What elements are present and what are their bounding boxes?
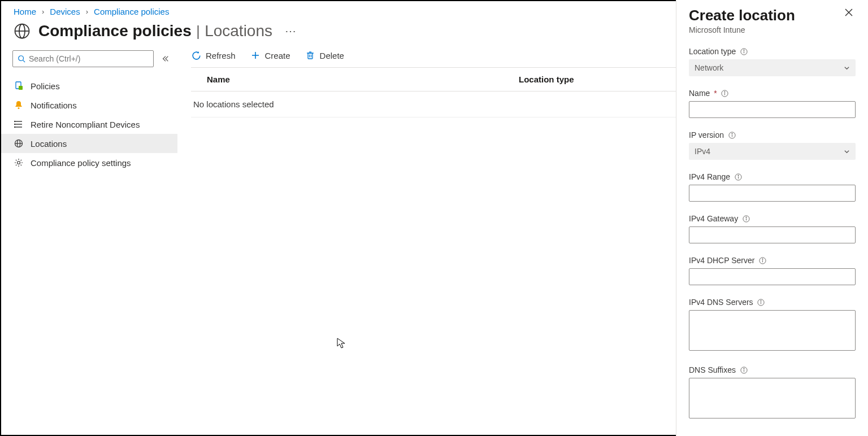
required-indicator: * — [714, 89, 717, 98]
search-input-wrapper[interactable] — [12, 50, 154, 67]
name-input[interactable] — [689, 101, 856, 118]
sidebar-item-label: Notifications — [31, 101, 77, 110]
info-icon[interactable] — [742, 215, 750, 223]
create-location-panel: Create location Microsoft Intune Locatio… — [676, 0, 868, 436]
sidebar-item-label: Compliance policy settings — [31, 158, 131, 168]
svg-line-4 — [23, 60, 25, 63]
info-icon[interactable] — [740, 366, 748, 374]
sidebar-nav: Policies Notifications — [1, 76, 177, 172]
svg-point-7 — [18, 107, 20, 109]
toolbar-label: Delete — [320, 51, 344, 60]
search-input[interactable] — [29, 54, 149, 63]
more-menu-button[interactable]: ⋯ — [280, 22, 301, 40]
location-type-label: Location type — [689, 47, 736, 56]
ipv4-gateway-input[interactable] — [689, 226, 856, 243]
select-value: Network — [695, 63, 723, 72]
sidebar: Policies Notifications — [1, 50, 177, 435]
info-icon[interactable] — [734, 173, 742, 181]
sidebar-item-label: Policies — [31, 81, 60, 91]
gear-icon — [14, 158, 24, 168]
globe-icon — [14, 23, 31, 40]
location-type-select[interactable]: Network — [689, 59, 856, 76]
info-icon[interactable] — [757, 298, 765, 306]
ip-version-select[interactable]: IPv4 — [689, 143, 856, 160]
svg-rect-20 — [308, 53, 313, 59]
search-icon — [18, 55, 25, 63]
info-icon[interactable] — [721, 89, 729, 97]
info-icon[interactable] — [758, 256, 766, 264]
collapse-sidebar-button[interactable] — [158, 51, 173, 67]
breadcrumb-home[interactable]: Home — [14, 7, 36, 16]
chevron-right-icon: › — [86, 7, 88, 16]
dns-suffixes-input[interactable] — [689, 378, 856, 418]
info-icon[interactable] — [740, 47, 748, 55]
policies-icon — [14, 81, 24, 91]
sidebar-item-policies[interactable]: Policies — [1, 76, 177, 95]
name-label: Name — [689, 89, 710, 98]
svg-point-12 — [15, 124, 15, 125]
select-value: IPv4 — [695, 147, 710, 156]
globe-icon — [14, 138, 24, 149]
ipv4-dns-input[interactable] — [689, 310, 856, 351]
svg-point-11 — [15, 121, 15, 122]
svg-point-35 — [731, 133, 732, 134]
delete-button[interactable]: Delete — [305, 50, 344, 60]
create-button[interactable]: Create — [250, 50, 290, 60]
ipv4-gateway-label: IPv4 Gateway — [689, 214, 738, 223]
chevron-down-icon — [844, 65, 850, 71]
dns-suffixes-label: DNS Suffixes — [689, 365, 736, 374]
bell-icon — [14, 100, 24, 110]
info-icon[interactable] — [728, 131, 736, 139]
trash-icon — [305, 50, 315, 60]
panel-title: Create location — [689, 7, 795, 24]
svg-rect-6 — [19, 86, 23, 90]
sidebar-item-locations[interactable]: Locations — [1, 134, 177, 153]
toolbar-label: Refresh — [206, 51, 236, 60]
ipv4-dns-label: IPv4 DNS Servers — [689, 298, 753, 307]
svg-point-13 — [15, 127, 15, 128]
column-name[interactable]: Name — [191, 75, 519, 84]
sidebar-item-label: Retire Noncompliant Devices — [31, 120, 140, 129]
ip-version-label: IP version — [689, 130, 724, 139]
ipv4-range-label: IPv4 Range — [689, 172, 730, 181]
panel-subtitle: Microsoft Intune — [689, 25, 795, 34]
sidebar-item-label: Locations — [31, 139, 67, 149]
ipv4-range-input[interactable] — [689, 185, 856, 202]
sidebar-item-retire[interactable]: Retire Noncompliant Devices — [1, 115, 177, 134]
ipv4-dhcp-label: IPv4 DHCP Server — [689, 256, 754, 265]
svg-point-29 — [744, 50, 744, 50]
sidebar-item-notifications[interactable]: Notifications — [1, 95, 177, 115]
svg-point-38 — [738, 175, 739, 176]
plus-icon — [250, 50, 261, 60]
chevron-down-icon — [844, 149, 850, 155]
svg-point-47 — [761, 300, 761, 301]
svg-point-50 — [743, 368, 744, 369]
close-panel-button[interactable] — [842, 7, 856, 18]
title-separator: | — [196, 23, 200, 39]
sidebar-item-settings[interactable]: Compliance policy settings — [1, 153, 177, 172]
page-subtitle: Locations — [205, 22, 272, 40]
svg-point-44 — [762, 259, 763, 259]
refresh-icon — [191, 50, 201, 60]
refresh-button[interactable]: Refresh — [191, 50, 236, 60]
list-icon — [14, 119, 24, 129]
toolbar-label: Create — [265, 51, 290, 60]
svg-point-32 — [724, 91, 725, 92]
breadcrumb-compliance[interactable]: Compliance policies — [94, 7, 169, 16]
svg-point-3 — [19, 56, 24, 61]
ipv4-dhcp-input[interactable] — [689, 268, 856, 285]
page-title: Compliance policies — [38, 22, 192, 40]
svg-point-17 — [18, 162, 20, 164]
svg-point-41 — [746, 217, 747, 217]
chevron-right-icon: › — [42, 7, 44, 16]
breadcrumb-devices[interactable]: Devices — [50, 7, 80, 16]
